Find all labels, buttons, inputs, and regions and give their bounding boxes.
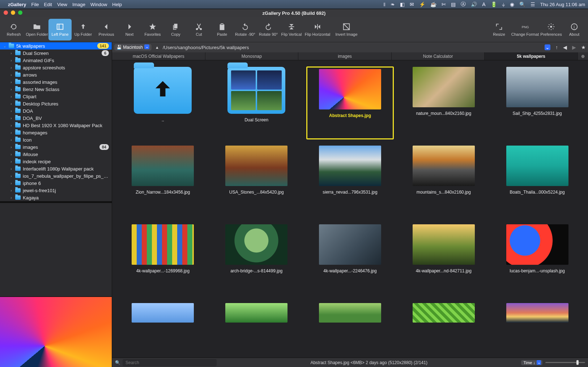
- tree-row[interactable]: ›images84: [0, 143, 112, 151]
- tray-icon-5[interactable]: ✄: [442, 1, 446, 7]
- tray-icon-1[interactable]: ◧: [400, 1, 405, 7]
- folder-tab[interactable]: Note Calculator: [392, 52, 485, 60]
- tray-icon-7[interactable]: Ⓐ: [461, 1, 466, 8]
- tree-row[interactable]: ›appstore screeshots: [0, 64, 112, 71]
- grid-image[interactable]: 4k-wallpaper...-1269968.jpg: [119, 224, 206, 297]
- disclosure-icon[interactable]: ›: [9, 95, 13, 99]
- grid-image[interactable]: USA_Stones_...84x5420.jpg: [213, 146, 300, 218]
- tree-row[interactable]: ›assorted images: [0, 78, 112, 86]
- grid-image[interactable]: Zion_Narrow...184x3456.jpg: [119, 146, 206, 218]
- tree-row[interactable]: ›Clipart: [0, 93, 112, 100]
- grid-image[interactable]: 4k-wallpaper...nd-842711.jpg: [400, 224, 487, 297]
- tree-row[interactable]: ›ios_7_nebula_wallpaper_by_filipe_ps_d..…: [0, 172, 112, 180]
- tray-icon-3[interactable]: ⚡: [419, 1, 425, 7]
- zoom-window-button[interactable]: [18, 10, 22, 15]
- disclosure-icon[interactable]: ›: [9, 174, 13, 178]
- control-center-icon[interactable]: ☰: [531, 1, 535, 7]
- toolbar-resize-button[interactable]: Resize: [487, 19, 511, 40]
- grid-image[interactable]: sierra_nevad...796x3531.jpg: [307, 146, 394, 218]
- grid-up-folder[interactable]: ..: [119, 67, 206, 139]
- tree-row[interactable]: ›Interfacelift 1080p Wallpaper pack: [0, 165, 112, 172]
- grid-image[interactable]: Boats_Thaila...000x5224.jpg: [494, 146, 581, 218]
- disclosure-icon[interactable]: ›: [9, 189, 13, 193]
- disclosure-icon[interactable]: ›: [9, 124, 13, 128]
- dropbox-icon[interactable]: ⫴: [383, 1, 385, 8]
- disclosure-icon[interactable]: ›: [9, 131, 13, 135]
- drive-selector[interactable]: 💾 Macintosh: [114, 44, 152, 51]
- nav-back-icon[interactable]: ◀: [563, 44, 567, 50]
- tree-row[interactable]: ›Animated GIFs: [0, 57, 112, 64]
- search-input[interactable]: [123, 359, 217, 366]
- toolbar-previous-button[interactable]: Previous: [95, 19, 118, 40]
- disclosure-icon[interactable]: ›: [9, 167, 13, 171]
- tray-icon-2[interactable]: ✉: [410, 1, 414, 7]
- current-path[interactable]: /Users/sanghoons/Pictures/5k wallpapers: [163, 45, 249, 50]
- disclosure-icon[interactable]: ›: [9, 51, 13, 55]
- toolbar-open-folder-button[interactable]: Open Folder: [25, 19, 48, 40]
- disclosure-icon[interactable]: ›: [9, 109, 13, 113]
- toolbar-rotate-90-button[interactable]: Rotate 90°: [257, 19, 280, 40]
- grid-image[interactable]: nature_moun...840x2160.jpg: [400, 67, 487, 139]
- grid-image[interactable]: [400, 303, 487, 336]
- evernote-icon[interactable]: ❧: [391, 1, 395, 7]
- folder-tab[interactable]: macOS Official Wallpapers: [112, 52, 205, 60]
- grid-image[interactable]: mountains_s...840x2160.jpg: [400, 146, 487, 218]
- disclosure-icon[interactable]: ›: [9, 73, 13, 77]
- grid-folder[interactable]: Dual Screen: [213, 67, 300, 139]
- disclosure-icon[interactable]: ›: [9, 87, 13, 91]
- tray-icon-6[interactable]: ▤: [451, 1, 456, 7]
- toolbar-about-button[interactable]: iAbout: [563, 19, 586, 40]
- grid-image[interactable]: Abstract Shapes.jpg: [307, 67, 394, 139]
- tree-row[interactable]: ›homepages: [0, 129, 112, 136]
- grid-image[interactable]: Sail_Ship_4255x2831.jpg: [494, 67, 581, 139]
- sort-selector[interactable]: Time ↓: [521, 360, 542, 365]
- grid-image[interactable]: [307, 303, 394, 336]
- thumbnail-grid[interactable]: ..Dual ScreenAbstract Shapes.jpgnature_m…: [112, 60, 588, 358]
- toolbar-favorites-button[interactable]: Favorites: [141, 19, 164, 40]
- menu-view[interactable]: View: [57, 2, 67, 7]
- tree-row[interactable]: ›Kagaya: [0, 194, 112, 201]
- menu-file[interactable]: File: [31, 2, 39, 7]
- minimize-window-button[interactable]: [11, 10, 15, 15]
- disclosure-icon[interactable]: ›: [9, 145, 13, 149]
- tray-icon-4[interactable]: ☕: [430, 1, 436, 7]
- folder-tab[interactable]: 5k wallpapers: [485, 52, 578, 60]
- tree-row[interactable]: ›DOA_BV: [0, 115, 112, 122]
- user-icon[interactable]: ◉: [510, 1, 514, 7]
- volume-icon[interactable]: 🔊: [471, 1, 477, 7]
- menu-edit[interactable]: Edit: [44, 2, 52, 7]
- menu-help[interactable]: Help: [112, 2, 122, 7]
- grid-image[interactable]: [213, 303, 300, 336]
- disclosure-icon[interactable]: ›: [9, 160, 13, 164]
- tree-row[interactable]: ›Icon: [0, 136, 112, 143]
- grid-image[interactable]: [494, 303, 581, 336]
- battery-icon[interactable]: 🔋: [491, 1, 497, 7]
- disclosure-icon[interactable]: ›: [9, 80, 13, 84]
- toolbar-next-button[interactable]: Next: [118, 19, 141, 40]
- toolbar-rotate-neg90-button[interactable]: Rotate -90°: [234, 19, 257, 40]
- folder-tab[interactable]: images: [298, 52, 392, 60]
- toolbar-flip-horizontal-button[interactable]: Flip Horizontal: [303, 19, 332, 40]
- spotlight-icon[interactable]: 🔍: [519, 1, 525, 7]
- grid-image[interactable]: [119, 303, 206, 336]
- tree-row[interactable]: ›Benz New Sclass: [0, 86, 112, 93]
- disclosure-icon[interactable]: ›: [9, 116, 13, 120]
- folder-tree[interactable]: ⌄5k wallpapers141›Dual Screen6›Animated …: [0, 42, 112, 201]
- disclosure-icon[interactable]: ›: [9, 196, 13, 200]
- grid-image[interactable]: arch-bridge-...s-814499.jpg: [213, 224, 300, 297]
- disclosure-icon[interactable]: ⌄: [3, 44, 7, 48]
- wifi-icon[interactable]: ⏚: [502, 1, 505, 7]
- tree-row[interactable]: ›iMouse: [0, 151, 112, 158]
- toolbar-left-pane-button[interactable]: Left Pane: [48, 19, 72, 40]
- tree-row[interactable]: ›arrows: [0, 71, 112, 78]
- toolbar-invert-image-button[interactable]: Invert Image: [332, 19, 361, 40]
- path-dropdown-icon[interactable]: ⌄: [545, 44, 550, 50]
- toolbar-cut-button[interactable]: Cut: [187, 19, 210, 40]
- toolbar-flip-vertical-button[interactable]: Flip Vertical: [280, 19, 303, 40]
- toolbar-up-folder-button[interactable]: Up Folder: [72, 19, 95, 40]
- path-up-icon[interactable]: ▲: [155, 45, 159, 49]
- disclosure-icon[interactable]: ›: [9, 181, 13, 185]
- toolbar-preferences-button[interactable]: Preferences: [540, 19, 563, 40]
- add-tab-button[interactable]: ⊕: [578, 52, 588, 60]
- nav-up-icon[interactable]: ↑: [555, 44, 558, 50]
